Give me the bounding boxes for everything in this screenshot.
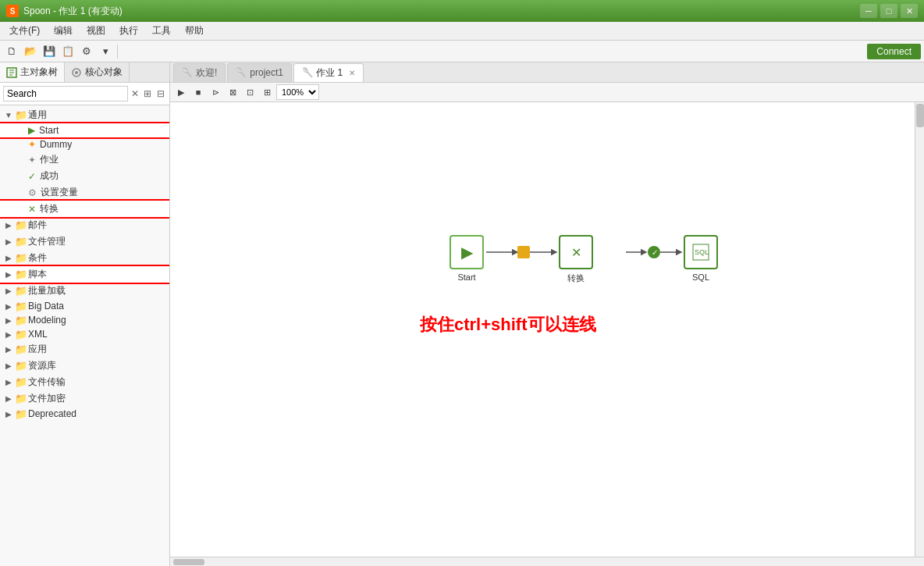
tab-job1-icon: 🥄	[302, 67, 313, 78]
tree-item-dummy[interactable]: ✦ Dummy	[0, 137, 169, 151]
connect-button[interactable]: Connect	[867, 44, 921, 59]
tree-label-deprecated: Deprecated	[28, 408, 76, 419]
tree-item-condition[interactable]: ▶ 📁 条件	[0, 250, 169, 266]
wf-node-sql-box[interactable]: SQL	[684, 235, 718, 269]
scrollbar-thumb[interactable]	[916, 104, 924, 127]
tree-item-bulkload[interactable]: ▶ 📁 批量加载	[0, 283, 169, 299]
expand-icon-general: ▼	[3, 110, 14, 121]
close-button[interactable]: ✕	[901, 4, 918, 18]
tab-job1[interactable]: 🥄 作业 1 ✕	[293, 63, 364, 82]
search-expand-button[interactable]: ⊞	[142, 87, 153, 101]
svg-text:✓: ✓	[652, 248, 658, 257]
folder-icon-modeling: 📁	[16, 315, 27, 326]
folder-icon-xml: 📁	[16, 329, 27, 340]
folder-icon-resourcedb: 📁	[16, 361, 27, 372]
tree-label-success: 成功	[40, 169, 59, 183]
toolbar-open[interactable]: 📂	[22, 43, 39, 60]
menu-file[interactable]: 文件(F)	[3, 23, 46, 39]
tree-label-transform: 转换	[40, 202, 59, 215]
expand-icon-script: ▶	[3, 269, 14, 280]
minimize-button[interactable]: ─	[860, 4, 877, 18]
tree-item-filetransfer[interactable]: ▶ 📁 文件传输	[0, 374, 169, 390]
folder-icon-filemanage: 📁	[16, 237, 27, 247]
menu-edit[interactable]: 编辑	[48, 23, 79, 39]
search-input[interactable]	[3, 86, 128, 101]
expand-icon-filetransfer: ▶	[3, 377, 14, 388]
canvas-area[interactable]: ✓ ▶ Start ✕ 转换	[170, 102, 924, 557]
tree-item-filemanage[interactable]: ▶ 📁 文件管理	[0, 233, 169, 250]
tree-item-success[interactable]: ✓ 成功	[0, 168, 169, 184]
search-clear-button[interactable]: ✕	[130, 87, 140, 101]
expand-icon-resourcedb: ▶	[3, 361, 14, 372]
transform-icon: ✕	[28, 204, 36, 215]
tab-job1-label: 作业 1	[316, 66, 343, 80]
tab-main-objects-label: 主对象树	[20, 66, 58, 79]
tree-label-modeling: Modeling	[28, 315, 66, 326]
tree-label-apply: 应用	[28, 343, 47, 356]
tab-welcome[interactable]: 🥄 欢迎!	[173, 63, 226, 82]
tree-item-setvar[interactable]: ⚙ 设置变量	[0, 184, 169, 201]
folder-icon-fileencrypt: 📁	[16, 393, 27, 404]
menu-run[interactable]: 执行	[113, 23, 144, 39]
search-collapse-button[interactable]: ⊟	[155, 87, 166, 101]
menu-help[interactable]: 帮助	[179, 23, 210, 39]
folder-icon-mail: 📁	[16, 220, 27, 231]
canvas-run-button[interactable]: ▶	[173, 84, 189, 100]
tree-label-mail: 邮件	[28, 219, 47, 232]
vertical-scrollbar[interactable]	[915, 102, 924, 557]
canvas-step-button[interactable]: ⊳	[208, 84, 223, 100]
canvas-scroll[interactable]	[170, 557, 924, 566]
tree-item-deprecated[interactable]: ▶ 📁 Deprecated	[0, 407, 169, 421]
tree-area: ▼ 📁 通用 ▶ Start ✦ Dummy ✦ 作业	[0, 105, 169, 566]
wf-node-transform[interactable]: ✕ 转换	[559, 235, 593, 284]
maximize-button[interactable]: □	[880, 4, 897, 18]
wf-node-start-box[interactable]: ▶	[450, 235, 484, 269]
folder-icon-apply: 📁	[16, 344, 27, 355]
main-toolbar: 🗋 📂 💾 📋 ⚙ ▾ Connect	[0, 41, 924, 62]
canvas-stop-button[interactable]: ⊠	[225, 84, 240, 100]
tree-item-job[interactable]: ✦ 作业	[0, 151, 169, 168]
tree-label-condition: 条件	[28, 251, 47, 265]
tree-item-resourcedb[interactable]: ▶ 📁 资源库	[0, 358, 169, 374]
tree-label-general: 通用	[28, 109, 47, 122]
tree-item-bigdata[interactable]: ▶ 📁 Big Data	[0, 299, 169, 313]
menu-view[interactable]: 视图	[80, 23, 112, 39]
tree-label-setvar: 设置变量	[41, 186, 78, 199]
tree-item-general[interactable]: ▼ 📁 通用	[0, 107, 169, 123]
wf-node-sql[interactable]: SQL SQL	[684, 235, 718, 282]
dummy-icon: ✦	[28, 139, 36, 150]
tree-item-modeling[interactable]: ▶ 📁 Modeling	[0, 313, 169, 327]
tree-label-filemanage: 文件管理	[28, 235, 66, 248]
folder-icon-general: 📁	[16, 110, 27, 121]
wf-node-transform-box[interactable]: ✕	[559, 235, 593, 269]
toolbar-new[interactable]: 🗋	[3, 43, 20, 60]
toolbar-save[interactable]: 💾	[41, 43, 58, 60]
tree-item-mail[interactable]: ▶ 📁 邮件	[0, 217, 169, 233]
canvas-grid-button[interactable]: ⊞	[259, 84, 275, 100]
hint-text: 按住ctrl+shift可以连线	[420, 313, 596, 336]
toolbar-dropdown[interactable]: ▾	[97, 43, 114, 60]
tab-project1-icon: 🥄	[236, 67, 247, 78]
tree-item-transform[interactable]: ✕ 转换	[0, 201, 169, 217]
title-bar-controls: ─ □ ✕	[860, 4, 918, 18]
toolbar-settings[interactable]: ⚙	[78, 43, 95, 60]
menu-tools[interactable]: 工具	[146, 23, 177, 39]
canvas-pause-button[interactable]: ■	[190, 84, 206, 100]
tree-item-start[interactable]: ▶ Start	[0, 123, 169, 137]
svg-rect-7	[517, 246, 530, 258]
toolbar-saveas[interactable]: 📋	[59, 43, 76, 60]
zoom-select[interactable]: 100% 50% 75% 125% 150% 200%	[276, 84, 319, 100]
tab-main-objects[interactable]: 主对象树	[0, 62, 65, 82]
tree-label-resourcedb: 资源库	[28, 359, 56, 372]
tree-item-script[interactable]: ▶ 📁 脚本	[0, 266, 169, 283]
h-scrollbar-thumb[interactable]	[173, 559, 204, 565]
tab-project1[interactable]: 🥄 project1	[227, 63, 292, 82]
tab-core-objects[interactable]: 核心对象	[65, 62, 130, 82]
tab-job1-close[interactable]: ✕	[349, 69, 355, 77]
tree-item-fileencrypt[interactable]: ▶ 📁 文件加密	[0, 390, 169, 407]
tree-item-xml[interactable]: ▶ 📁 XML	[0, 327, 169, 341]
tree-label-dummy: Dummy	[40, 139, 72, 150]
tree-item-apply[interactable]: ▶ 📁 应用	[0, 341, 169, 358]
wf-node-start[interactable]: ▶ Start	[450, 235, 484, 282]
canvas-preview-button[interactable]: ⊡	[242, 84, 258, 100]
